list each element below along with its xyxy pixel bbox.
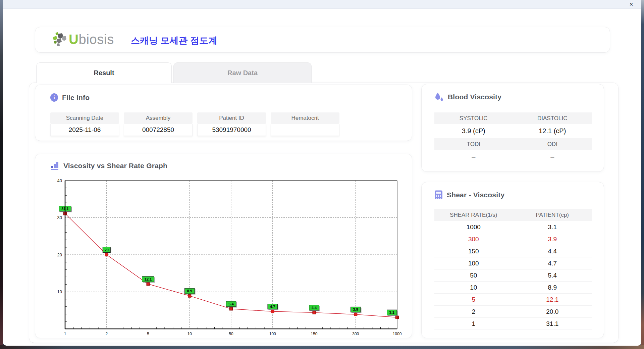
table-row: 1504.4 (434, 245, 592, 257)
table-row: 220.0 (434, 306, 592, 318)
desktop-edge-right (641, 0, 644, 349)
table-row: 3003.9 (434, 233, 592, 245)
table-row: 10003.1 (434, 221, 592, 233)
sv-shear-cell: 1 (434, 318, 513, 330)
bv-value-cell: 12.1 (cP) (513, 124, 592, 138)
svg-text:30: 30 (57, 215, 62, 220)
sv-shear-cell: 300 (434, 233, 513, 245)
svg-text:4.7: 4.7 (270, 305, 275, 309)
logo-text-rest: biosis (78, 32, 114, 47)
svg-text:12.1: 12.1 (145, 277, 152, 281)
sv-patient-cell: 4.4 (513, 245, 592, 257)
table-row: 512.1 (434, 294, 592, 306)
desktop-edge-left (0, 0, 3, 349)
file-info-field: Scanning Date2025-11-06 (50, 112, 119, 136)
svg-text:300: 300 (352, 332, 359, 336)
window-titlebar: × (3, 0, 641, 9)
blood-viscosity-card: Blood Viscosity SYSTOLICDIASTOLIC3.9 (cP… (421, 84, 604, 172)
tab-raw-data[interactable]: Raw Data (173, 62, 312, 83)
bv-value-cell: 3.9 (cP) (434, 124, 513, 138)
sv-header-cell: SHEAR RATE(1/s) (434, 209, 513, 221)
water-drops-icon (434, 92, 444, 102)
shear-viscosity-title: Shear - Viscosity (447, 191, 504, 199)
blood-viscosity-table: SYSTOLICDIASTOLIC3.9 (cP)12.1 (cP)TODIOD… (434, 112, 592, 164)
logo-text: Ubiosis (69, 32, 114, 47)
blood-viscosity-title: Blood Viscosity (448, 93, 501, 101)
info-icon: i (50, 93, 58, 102)
sv-patient-cell: 3.1 (513, 221, 592, 233)
field-label: Assembly (124, 112, 193, 124)
sv-patient-cell: 20.0 (513, 306, 592, 317)
bar-chart-icon (50, 161, 59, 170)
bv-header-cell: DIASTOLIC (513, 112, 592, 124)
svg-text:1: 1 (64, 332, 66, 336)
file-info-fields: Scanning Date2025-11-06Assembly000722850… (50, 112, 339, 136)
calculator-icon (434, 190, 443, 199)
viscosity-chart: 31.12012.18.95.44.74.43.93.1102030401251… (47, 173, 406, 341)
bv-header-row: TODIODI (434, 138, 592, 150)
sv-shear-cell: 100 (434, 257, 513, 269)
svg-text:100: 100 (269, 332, 276, 336)
sv-header-cell: PATIENT(cp) (513, 209, 592, 221)
desktop-background: × Ubiosis 스캐닝 모세관 점도계 Result Raw Data (0, 0, 644, 349)
desktop-edge-bottom (0, 345, 644, 349)
field-label: Scanning Date (50, 112, 119, 124)
bv-value-cell: – (513, 150, 592, 164)
sv-shear-cell: 10 (434, 282, 513, 293)
svg-text:10: 10 (187, 332, 192, 336)
table-row: 131.1 (434, 318, 592, 330)
app-title-korean: 스캐닝 모세관 점도계 (131, 35, 217, 47)
tab-result[interactable]: Result (36, 62, 172, 83)
field-value (271, 124, 339, 136)
field-value: 2025-11-06 (50, 124, 119, 136)
header-card: Ubiosis 스캐닝 모세관 점도계 (35, 27, 610, 53)
svg-text:5.4: 5.4 (228, 302, 234, 306)
file-info-field: Patient ID53091970000 (197, 112, 266, 136)
shear-viscosity-table: SHEAR RATE(1/s)PATIENT(cp)10003.13003.91… (434, 209, 592, 330)
svg-text:40: 40 (57, 178, 62, 183)
sv-patient-cell: 3.9 (513, 233, 592, 245)
bv-value-row: –– (434, 150, 592, 164)
svg-text:4.4: 4.4 (312, 306, 317, 310)
sv-shear-cell: 1000 (434, 221, 513, 233)
sv-shear-cell: 2 (434, 306, 513, 317)
ubiosis-logo: Ubiosis (51, 32, 114, 47)
bv-header-cell: ODI (513, 138, 592, 150)
sv-shear-cell: 5 (434, 294, 513, 305)
table-row: 505.4 (434, 269, 592, 282)
bv-header-cell: TODI (434, 138, 513, 150)
field-value: 000722850 (124, 124, 193, 136)
sv-patient-cell: 12.1 (513, 294, 592, 305)
svg-text:150: 150 (311, 332, 317, 336)
field-label: Patient ID (197, 112, 266, 124)
bv-value-cell: – (434, 150, 513, 164)
file-info-field: Assembly000722850 (124, 112, 193, 136)
logo-text-accent: U (69, 32, 78, 47)
sv-patient-cell: 4.7 (513, 257, 592, 269)
table-row: 1004.7 (434, 257, 592, 269)
bv-header-cell: SYSTOLIC (434, 112, 513, 124)
sv-patient-cell: 5.4 (513, 269, 592, 281)
file-info-title: File Info (62, 94, 90, 102)
shear-viscosity-card: Shear - Viscosity SHEAR RATE(1/s)PATIENT… (421, 182, 604, 338)
sv-shear-cell: 150 (434, 245, 513, 257)
sv-patient-cell: 31.1 (513, 318, 592, 330)
sv-shear-cell: 50 (434, 269, 513, 281)
svg-text:3.1: 3.1 (389, 310, 394, 314)
bv-value-row: 3.9 (cP)12.1 (cP) (434, 124, 592, 138)
app-window: × Ubiosis 스캐닝 모세관 점도계 Result Raw Data (3, 0, 641, 346)
close-icon[interactable]: × (627, 0, 635, 8)
field-value: 53091970000 (197, 124, 266, 136)
sv-header-row: SHEAR RATE(1/s)PATIENT(cp) (434, 209, 592, 221)
svg-text:3.9: 3.9 (353, 307, 358, 311)
leaf-cluster-icon (51, 32, 67, 47)
svg-text:1000: 1000 (393, 332, 402, 336)
file-info-field: Hematocrit (271, 112, 339, 136)
svg-text:20: 20 (57, 252, 62, 257)
svg-text:20: 20 (105, 248, 109, 252)
bv-header-row: SYSTOLICDIASTOLIC (434, 112, 592, 124)
file-info-card: i File Info Scanning Date2025-11-06Assem… (35, 85, 412, 141)
table-row: 108.9 (434, 282, 592, 294)
sv-patient-cell: 8.9 (513, 282, 592, 293)
svg-text:8.9: 8.9 (187, 289, 192, 293)
